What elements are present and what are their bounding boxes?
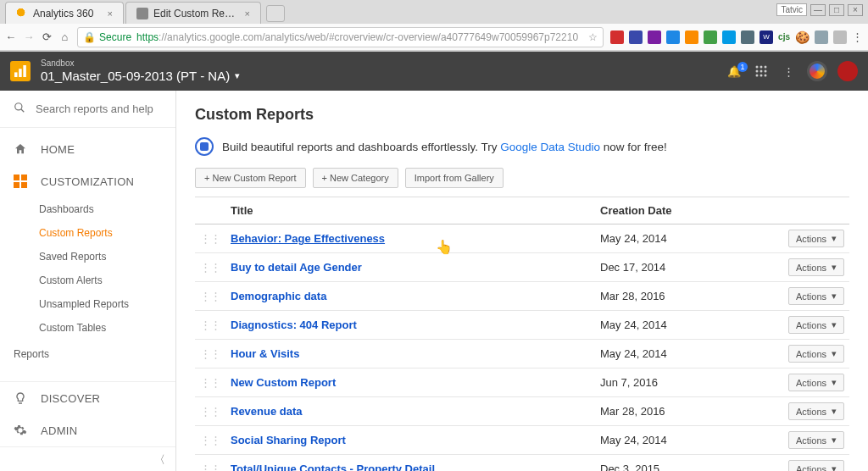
apps-grid-icon[interactable] (753, 64, 770, 78)
close-window-button[interactable]: × (848, 4, 863, 16)
subnav-custom-tables[interactable]: Custom Tables (39, 316, 175, 340)
report-title-link[interactable]: Hour & Visits (231, 347, 299, 360)
new-custom-report-button[interactable]: + New Custom Report (195, 168, 306, 188)
actions-button[interactable]: Actions ▾ (788, 460, 844, 471)
chevron-left-icon: 〈 (154, 452, 165, 468)
favicon-analytics-icon (16, 8, 28, 19)
report-title-link[interactable]: Total/Unique Contacts - Property Detail (231, 463, 435, 471)
actions-button[interactable]: Actions ▾ (788, 258, 844, 276)
google-360-icon[interactable] (807, 61, 827, 81)
data-studio-icon (195, 137, 214, 156)
close-tab-icon[interactable]: × (245, 8, 250, 19)
svg-point-10 (760, 75, 763, 77)
avatar-icon[interactable] (837, 61, 858, 81)
drag-handle-icon[interactable]: ⋮⋮ (195, 224, 225, 253)
maximize-button[interactable]: □ (829, 4, 844, 16)
actions-button[interactable]: Actions ▾ (788, 345, 844, 363)
extension-icon[interactable] (741, 30, 754, 44)
extension-icon[interactable]: 🍪 (795, 30, 810, 44)
bulb-icon (14, 391, 27, 405)
report-date: May 24, 2014 (595, 340, 782, 368)
report-date: Mar 28, 2016 (595, 282, 782, 311)
notifications-icon[interactable]: 🔔1 (726, 65, 743, 78)
customization-subnav: Dashboards Custom Reports Saved Reports … (0, 197, 175, 340)
column-title[interactable]: Title (225, 197, 595, 224)
extension-icon[interactable]: cjs (778, 32, 790, 42)
collapse-sidebar-button[interactable]: 〈 (0, 446, 175, 471)
subnav-custom-alerts[interactable]: Custom Alerts (39, 269, 175, 292)
report-title-link[interactable]: Behavior: Page Effectiveness (231, 232, 385, 245)
extension-icon[interactable] (610, 30, 624, 44)
subnav-saved-reports[interactable]: Saved Reports (39, 245, 175, 269)
drag-handle-icon[interactable]: ⋮⋮ (195, 426, 225, 455)
reload-button[interactable]: ⟳ (42, 30, 53, 45)
browser-tab-active[interactable]: Analytics 360 × (5, 2, 124, 24)
close-tab-icon[interactable]: × (108, 8, 113, 19)
column-creation-date[interactable]: Creation Date (595, 197, 782, 224)
home-button[interactable]: ⌂ (59, 30, 70, 45)
sidebar-item-customization[interactable]: CUSTOMIZATION (0, 165, 175, 197)
svg-rect-0 (14, 72, 18, 77)
chevron-down-icon: ▾ (235, 70, 240, 81)
ga-logo-icon[interactable] (10, 61, 31, 81)
tab-label: Edit Custom Report… (153, 8, 240, 19)
drag-handle-icon[interactable]: ⋮⋮ (195, 368, 225, 397)
report-date: May 24, 2014 (595, 426, 782, 455)
import-from-gallery-button[interactable]: Import from Gallery (405, 168, 504, 188)
drag-handle-icon[interactable]: ⋮⋮ (195, 340, 225, 368)
report-title-link[interactable]: Buy to detail Age Gender (231, 261, 362, 274)
drag-handle-icon[interactable]: ⋮⋮ (195, 253, 225, 282)
minimize-button[interactable]: — (810, 4, 826, 16)
sidebar-item-discover[interactable]: DISCOVER (0, 382, 175, 414)
subnav-custom-reports[interactable]: Custom Reports (39, 221, 175, 245)
tab-label: Analytics 360 (33, 8, 103, 19)
table-row: ⋮⋮Total/Unique Contacts - Property Detai… (195, 455, 849, 472)
new-tab-button[interactable] (266, 5, 285, 22)
extension-icon[interactable] (815, 30, 828, 44)
extension-icon[interactable] (629, 30, 643, 44)
report-title-link[interactable]: Diagnostics: 404 Report (231, 319, 357, 331)
drag-handle-icon[interactable]: ⋮⋮ (195, 282, 225, 311)
forward-button[interactable]: → (23, 30, 34, 45)
customization-icon (14, 175, 27, 188)
report-title-link[interactable]: Demographic data (231, 290, 326, 302)
drag-handle-icon[interactable]: ⋮⋮ (195, 311, 225, 340)
report-title-link[interactable]: Social Sharing Report (231, 434, 346, 446)
promo-link[interactable]: Google Data Studio (500, 141, 600, 153)
extension-icon[interactable] (685, 30, 698, 44)
actions-button[interactable]: Actions ▾ (788, 431, 844, 449)
drag-handle-icon[interactable]: ⋮⋮ (195, 397, 225, 426)
svg-rect-16 (14, 182, 19, 188)
subnav-unsampled-reports[interactable]: Unsampled Reports (39, 292, 175, 316)
account-selector[interactable]: Sandbox 01_Master_05-09-2013 (PT - NA) ▾ (41, 58, 240, 84)
back-button[interactable]: ← (5, 30, 16, 45)
drag-handle-icon[interactable]: ⋮⋮ (195, 455, 225, 472)
actions-button[interactable]: Actions ▾ (788, 316, 844, 334)
extension-icon[interactable] (722, 30, 736, 44)
browser-tab[interactable]: Edit Custom Report… × (125, 2, 261, 24)
wappalyzer-icon[interactable]: W (760, 30, 773, 44)
actions-button[interactable]: Actions ▾ (788, 230, 844, 247)
new-category-button[interactable]: + New Category (313, 168, 398, 188)
report-title-link[interactable]: New Custom Report (231, 376, 336, 389)
actions-button[interactable]: Actions ▾ (788, 374, 844, 391)
extension-icon[interactable] (666, 30, 680, 44)
sidebar-item-home[interactable]: HOME (0, 133, 175, 165)
subnav-dashboards[interactable]: Dashboards (39, 197, 175, 221)
extension-icon[interactable] (704, 30, 717, 44)
actions-button[interactable]: Actions ▾ (788, 402, 844, 420)
actions-button[interactable]: Actions ▾ (788, 287, 844, 305)
extension-icon[interactable] (648, 30, 661, 44)
extension-icon[interactable] (833, 30, 847, 44)
search-input[interactable]: Search reports and help (0, 91, 175, 128)
more-menu-icon[interactable]: ⋮ (780, 65, 797, 78)
bookmark-star-icon[interactable]: ☆ (588, 31, 598, 43)
promo-text: Build beautiful reports and dashboards e… (222, 141, 500, 153)
caret-down-icon: ▾ (832, 406, 837, 417)
url-input[interactable]: 🔒 Secure https://analytics.google.com/an… (77, 27, 604, 47)
browser-menu-icon[interactable]: ⋮ (852, 30, 863, 43)
report-title-link[interactable]: Revenue data (231, 405, 303, 418)
svg-point-9 (756, 75, 759, 77)
sidebar-item-admin[interactable]: ADMIN (0, 414, 175, 446)
caret-down-icon: ▾ (832, 291, 837, 302)
